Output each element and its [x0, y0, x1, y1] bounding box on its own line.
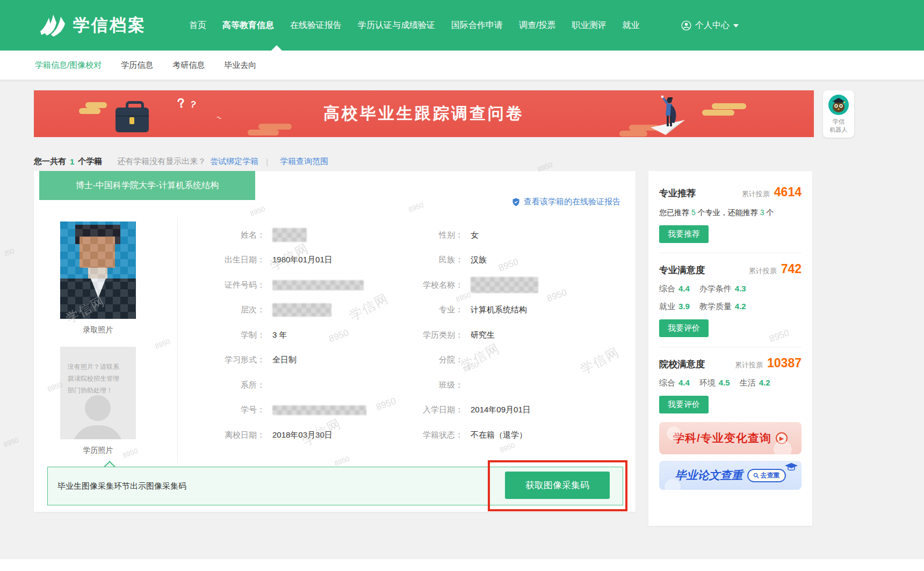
enrollment-status-line: 您一共有 1 个学籍 还有学籍没有显示出来？ 尝试绑定学籍 | 学籍查询范围: [34, 155, 814, 168]
admission-photo-label: 录取照片: [60, 325, 136, 335]
field-row: 学号： 入学日期： 2014年09月01日: [195, 398, 619, 423]
sub-nav: 学籍信息/图像校对 学历信息 考研信息 毕业去向: [0, 51, 924, 80]
cloud-decoration: [712, 103, 746, 109]
active-nav-notch: [271, 45, 282, 51]
redacted-value: [272, 280, 364, 290]
evaluate-school-button[interactable]: 我要评价: [659, 396, 709, 413]
votes-count: 742: [781, 262, 802, 276]
recommend-button[interactable]: 我要推荐: [659, 225, 709, 243]
sidebar: 专业推荐 累计投票 4614 您已推荐5个专业，还能推荐3个 我要推荐 专业满意…: [648, 171, 812, 526]
status-suffix: 个学籍: [78, 156, 102, 167]
footer-strip: [0, 559, 924, 571]
go-check-badge: 去查重: [747, 469, 786, 482]
tab-degree-info[interactable]: 学历信息: [121, 60, 153, 70]
thesis-plagiarism-check-banner[interactable]: 毕业论文查重 去查重: [659, 461, 802, 490]
photo-column: 录取照片 没有照片？请联系 就读院校招生管理 部门协助处理！ 学历照片: [60, 222, 136, 455]
field-label: 学历类别：: [393, 330, 463, 340]
watermark: 8950: [2, 436, 19, 449]
cloud-decoration: [702, 110, 734, 116]
nav-international-cooperation[interactable]: 国际合作申请: [451, 20, 503, 31]
shield-check-icon: [511, 197, 521, 207]
field-label: 入学日期：: [393, 405, 463, 415]
bind-enrollment-link[interactable]: 尝试绑定学籍: [210, 156, 258, 167]
logo[interactable]: 学信档案: [39, 13, 146, 38]
degree-photo-placeholder: 没有照片？请联系 就读院校招生管理 部门协助处理！: [60, 347, 136, 439]
votes-count: 4614: [774, 185, 802, 199]
field-label: 姓名：: [195, 230, 265, 240]
nav-career-assessment[interactable]: 职业测评: [572, 20, 606, 31]
metric-label: 就业: [659, 302, 675, 311]
field-label: 专业：: [393, 305, 463, 315]
field-row: 证件号码： 学校名称：: [195, 273, 619, 298]
metric-row: 就业3.9 教学质量4.2: [659, 302, 802, 312]
subject-change-query-label: 学科/专业变化查询: [673, 431, 771, 446]
votes-label: 累计投票: [735, 360, 763, 370]
votes-label: 累计投票: [742, 189, 770, 199]
link-separator: |: [266, 157, 268, 166]
red-highlight-rectangle: [488, 460, 627, 511]
metric-label: 综合: [659, 284, 675, 293]
field-value: 全日制: [272, 355, 393, 365]
no-photo-line1: 没有照片？请联系: [68, 361, 129, 373]
logo-pages-icon: [39, 13, 68, 38]
tab-postgraduate-info[interactable]: 考研信息: [172, 60, 205, 70]
field-label: 出生日期：: [195, 255, 265, 265]
nav-credential-authentication[interactable]: 学历认证与成绩验证: [358, 20, 435, 31]
robot-avatar-icon: [828, 94, 849, 116]
enrollment-query-range-link[interactable]: 学籍查询范围: [280, 156, 328, 167]
major-recommend-section: 专业推荐 累计投票 4614: [659, 185, 802, 199]
graduate-on-paper-plane: [636, 92, 700, 137]
field-value: 2014年09月01日: [471, 405, 531, 415]
verification-report-link[interactable]: 查看该学籍的在线验证报告: [511, 197, 620, 207]
robot-label-line2: 机器人: [830, 126, 848, 134]
field-row: 学制： 3 年 学历类别： 研究生: [195, 323, 619, 348]
metric-value: 3.9: [678, 302, 690, 311]
person-silhouette-icon: [85, 395, 111, 421]
metric-value: 4.2: [735, 302, 746, 311]
evaluate-major-button[interactable]: 我要评价: [659, 319, 709, 337]
enrollment-tab[interactable]: 博士-中国科学院大学-计算机系统结构: [39, 171, 255, 200]
subject-change-query-banner[interactable]: 学科/专业变化查询 ▶: [659, 422, 802, 454]
magnifier-icon: [753, 473, 759, 479]
image-collection-text: 毕业生图像采集环节出示图像采集码: [57, 481, 186, 491]
enrollment-fields: 姓名： 性别： 女 出生日期： 1980年01月01日 民族： 汉族 证件号码：…: [195, 223, 619, 448]
vertical-divider: [177, 218, 178, 461]
redacted-value: [272, 303, 331, 317]
metric-label: 环境: [699, 378, 716, 387]
field-label: 离校日期：: [195, 430, 265, 440]
redacted-value: [272, 228, 307, 242]
field-label: 学习形式：: [195, 355, 265, 365]
field-row: 出生日期： 1980年01月01日 民族： 汉族: [195, 248, 619, 273]
nav-home[interactable]: 首页: [189, 20, 206, 31]
field-label: 证件号码：: [195, 280, 265, 290]
metric-value: 4.4: [678, 378, 690, 387]
field-label: 学制：: [195, 330, 265, 340]
pixelation-overlay: [60, 222, 136, 319]
field-row: 姓名： 性别： 女: [195, 223, 619, 248]
field-value: 不在籍（退学）: [471, 430, 527, 440]
enrollment-card: 博士-中国科学院大学-计算机系统结构 查看该学籍的在线验证报告 录取照片 没有照: [34, 171, 636, 512]
recommend-desc: 您已推荐5个专业，还能推荐3个: [659, 208, 802, 218]
nav-online-verification[interactable]: 在线验证报告: [290, 20, 342, 31]
divider: [659, 253, 802, 253]
field-value: 1980年01月01日: [272, 255, 393, 265]
nav-higher-education[interactable]: 高等教育信息: [222, 20, 274, 31]
section-title: 专业满意度: [659, 264, 705, 276]
survey-banner[interactable]: ？？ ～ 高校毕业生跟踪调查问卷: [34, 90, 814, 137]
tab-graduation-destination[interactable]: 毕业去向: [224, 60, 256, 70]
enrollment-count: 1: [70, 157, 74, 166]
field-label: 学校名称：: [393, 280, 463, 290]
section-title: 院校满意度: [659, 358, 705, 370]
major-satisfaction-section: 专业满意度 累计投票 742: [659, 262, 802, 276]
nav-employment[interactable]: 就业: [622, 20, 639, 31]
metric-value: 4.4: [678, 284, 690, 293]
tab-enrollment-info[interactable]: 学籍信息/图像校对: [35, 60, 102, 70]
chsi-robot-widget[interactable]: 学信 机器人: [823, 90, 854, 138]
admission-photo: [60, 222, 136, 319]
redacted-value: [272, 405, 366, 415]
metric-label: 教学质量: [699, 302, 732, 311]
no-photo-line3: 部门协助处理！: [68, 384, 129, 396]
user-menu[interactable]: 个人中心: [681, 0, 739, 51]
nav-survey-vote[interactable]: 调查/投票: [519, 20, 555, 31]
section-title: 专业推荐: [659, 187, 696, 199]
